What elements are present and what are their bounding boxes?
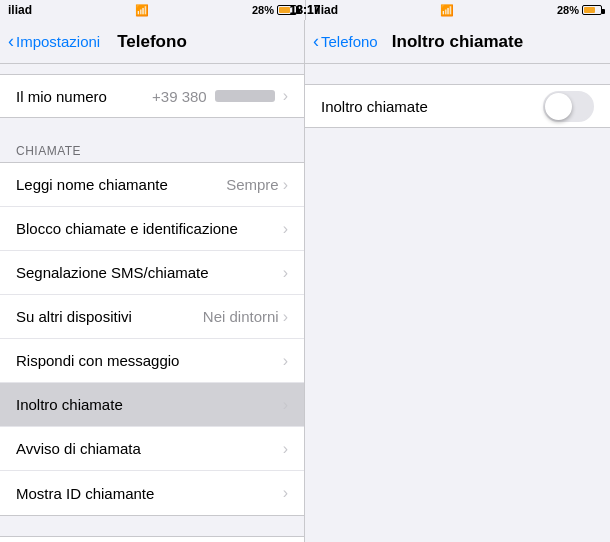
calls-row-right-2: › <box>283 264 288 282</box>
calls-section-label: CHIAMATE <box>0 138 304 162</box>
calls-row-label-4: Rispondi con messaggio <box>16 352 179 369</box>
left-status: iliad 📶 18:17 28% <box>0 0 305 20</box>
left-nav-title: Telefono <box>117 32 187 52</box>
right-back-button[interactable]: ‹ Telefono <box>313 31 378 52</box>
calls-row-chevron-7: › <box>283 484 288 502</box>
calls-row-6[interactable]: Avviso di chiamata› <box>0 427 304 471</box>
calls-row-label-0: Leggi nome chiamante <box>16 176 168 193</box>
right-battery-percent: 28% <box>557 4 579 16</box>
calls-row-right-7: › <box>283 484 288 502</box>
calls-row-chevron-4: › <box>283 352 288 370</box>
calls-row-chevron-6: › <box>283 440 288 458</box>
right-battery-area: 28% <box>557 4 602 16</box>
right-time: 18:17 <box>290 3 321 17</box>
left-nav: ‹ Impostazioni Telefono <box>0 20 305 63</box>
left-panel: Il mio numero +39 380 › CHIAMATE Leggi n… <box>0 64 305 542</box>
left-battery-percent: 28% <box>252 4 274 16</box>
calls-row-label-6: Avviso di chiamata <box>16 440 141 457</box>
calls-row-label-5: Inoltro chiamate <box>16 396 123 413</box>
left-back-chevron: ‹ <box>8 31 14 52</box>
inoltro-toggle-row: Inoltro chiamate <box>305 84 610 128</box>
left-carrier: iliad <box>8 3 32 17</box>
calls-settings-list: Leggi nome chiamanteSempre›Blocco chiama… <box>0 162 304 516</box>
calls-row-5[interactable]: Inoltro chiamate› <box>0 383 304 427</box>
left-status-icons: 📶 18:17 <box>135 4 149 17</box>
calls-row-label-3: Su altri dispositivi <box>16 308 132 325</box>
calls-row-chevron-1: › <box>283 220 288 238</box>
calls-row-right-1: › <box>283 220 288 238</box>
calls-row-7[interactable]: Mostra ID chiamante› <box>0 471 304 515</box>
wifi-icon: 📶 <box>135 4 149 17</box>
my-number-chevron: › <box>283 87 288 105</box>
calls-row-right-5: › <box>283 396 288 414</box>
toggle-knob <box>545 93 572 120</box>
content-area: Il mio numero +39 380 › CHIAMATE Leggi n… <box>0 64 610 542</box>
calls-row-label-7: Mostra ID chiamante <box>16 485 154 502</box>
calls-row-chevron-2: › <box>283 264 288 282</box>
my-number-prefix: +39 380 <box>152 88 207 105</box>
right-wifi-icon: 📶 <box>440 4 454 17</box>
calls-row-value-3: Nei dintorni <box>203 308 279 325</box>
calls-row-4[interactable]: Rispondi con messaggio› <box>0 339 304 383</box>
calls-row-right-3: Nei dintorni› <box>203 308 288 326</box>
my-number-row[interactable]: Il mio numero +39 380 › <box>0 74 304 118</box>
right-battery-icon <box>582 5 602 15</box>
change-password-row[interactable]: Cambia password della segreteria <box>0 537 304 542</box>
calls-row-right-0: Sempre› <box>226 176 288 194</box>
inoltro-toggle-label: Inoltro chiamate <box>321 98 428 115</box>
calls-row-chevron-5: › <box>283 396 288 414</box>
my-number-blurred <box>215 90 275 102</box>
left-back-label: Impostazioni <box>16 33 100 50</box>
right-nav: ‹ Telefono Inoltro chiamate <box>305 20 610 63</box>
right-back-chevron: ‹ <box>313 31 319 52</box>
calls-group: CHIAMATE Leggi nome chiamanteSempre›Bloc… <box>0 138 304 516</box>
right-nav-title: Inoltro chiamate <box>392 32 523 52</box>
calls-row-value-0: Sempre <box>226 176 279 193</box>
my-number-label: Il mio numero <box>16 88 107 105</box>
calls-row-right-4: › <box>283 352 288 370</box>
status-bar: iliad 📶 18:17 28% iliad 📶 18:17 28% <box>0 0 610 20</box>
calls-row-label-2: Segnalazione SMS/chiamate <box>16 264 209 281</box>
left-back-button[interactable]: ‹ Impostazioni <box>8 31 100 52</box>
calls-row-0[interactable]: Leggi nome chiamanteSempre› <box>0 163 304 207</box>
right-back-label: Telefono <box>321 33 378 50</box>
right-panel: Inoltro chiamate <box>305 64 610 542</box>
calls-row-chevron-0: › <box>283 176 288 194</box>
bottom-link-container: Cambia password della segreteria <box>0 536 304 542</box>
calls-row-2[interactable]: Segnalazione SMS/chiamate› <box>0 251 304 295</box>
right-status: iliad 📶 18:17 28% <box>305 0 610 20</box>
calls-row-chevron-3: › <box>283 308 288 326</box>
nav-container: ‹ Impostazioni Telefono ‹ Telefono Inolt… <box>0 20 610 64</box>
right-status-icons: 📶 18:17 <box>440 4 454 17</box>
calls-row-right-6: › <box>283 440 288 458</box>
inoltro-toggle-switch[interactable] <box>543 91 594 122</box>
calls-row-label-1: Blocco chiamate e identificazione <box>16 220 238 237</box>
my-number-right: +39 380 › <box>152 87 288 105</box>
calls-row-3[interactable]: Su altri dispositiviNei dintorni› <box>0 295 304 339</box>
calls-row-1[interactable]: Blocco chiamate e identificazione› <box>0 207 304 251</box>
